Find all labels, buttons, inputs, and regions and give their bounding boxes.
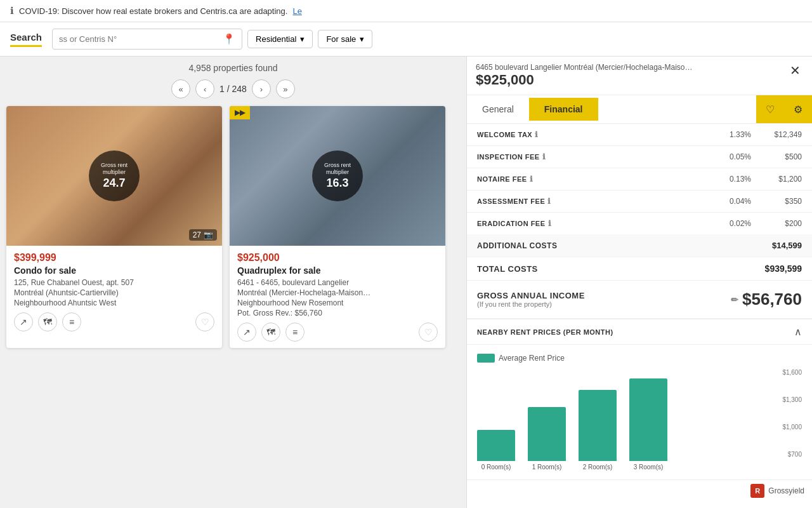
results-count: 4,958 properties found — [6, 63, 460, 73]
property-grid: Gross rentmultiplier 24.7 27 📷 $399,999 … — [6, 106, 460, 348]
bar-label: 1 Room(s) — [532, 464, 562, 471]
tab-general[interactable]: General — [467, 98, 529, 121]
card-body-1: $399,999 Condo for sale 125, Rue Chabane… — [6, 246, 222, 338]
gross-income-sub: (If you rent the property) — [477, 300, 585, 308]
detail-tab-actions: ♡ ⚙ — [756, 95, 812, 123]
fee-info-icon[interactable]: ℹ — [530, 175, 534, 184]
property-card[interactable]: Gross rentmultiplier 24.7 27 📷 $399,999 … — [6, 106, 222, 348]
favorite-button-1[interactable]: ♡ — [195, 312, 214, 331]
detail-tabs: General Financial ♡ ⚙ — [467, 95, 812, 124]
search-area: Search 📍 Residential ▾ For sale ▾ — [0, 22, 812, 57]
first-page-button[interactable]: « — [171, 79, 190, 98]
bar-group: 2 Room(s) — [579, 390, 617, 471]
compare-button-1[interactable]: ≡ — [62, 312, 81, 331]
left-panel: 4,958 properties found « ‹ 1 / 248 › » G… — [0, 57, 466, 508]
gross-rent-badge-1: Gross rentmultiplier 24.7 — [89, 150, 140, 201]
prev-page-button[interactable]: ‹ — [195, 79, 214, 98]
fee-pct: 0.02% — [707, 219, 751, 228]
fee-pct: 1.33% — [707, 130, 751, 139]
card-address-2: 6461 - 6465, boulevard Langelier — [237, 278, 438, 287]
fee-row: ERADICATION FEE ℹ 0.02% $200 — [467, 213, 812, 234]
search-input[interactable] — [59, 34, 223, 44]
card-price-2: $925,000 — [237, 252, 438, 264]
gross-income-value: ✏ $56,760 — [731, 290, 802, 309]
additional-costs-label: ADDITIONAL COSTS — [477, 241, 751, 250]
bar — [477, 430, 515, 461]
total-costs-row: TOTAL COSTS $939,599 — [467, 257, 812, 281]
favorite-icon-button[interactable]: ♡ — [756, 95, 784, 123]
fee-pct: 0.13% — [707, 175, 751, 184]
covid-banner: ℹ COVID-19: Discover how real estate bro… — [0, 0, 812, 22]
detail-address: 6465 boulevard Langelier Montréal (Merci… — [476, 63, 693, 72]
fee-label: WELCOME TAX ℹ — [477, 130, 707, 139]
fee-info-icon[interactable]: ℹ — [535, 130, 539, 139]
property-card-2[interactable]: ▶▶ Gross rentmultiplier 16.3 $925,000 Qu… — [230, 106, 445, 348]
edit-icon[interactable]: ✏ — [731, 295, 738, 305]
fee-amount: $200 — [751, 219, 802, 228]
fee-info-icon[interactable]: ℹ — [547, 197, 551, 206]
fee-row: WELCOME TAX ℹ 1.33% $12,349 — [467, 124, 812, 146]
fee-row: ASSESSMENT FEE ℹ 0.04% $350 — [467, 190, 812, 213]
legend-color — [477, 354, 495, 363]
favorite-button-2[interactable]: ♡ — [419, 323, 438, 342]
compare-button-2[interactable]: ≡ — [285, 323, 304, 342]
bar-chart: 0 Room(s) 1 Room(s) 2 Room(s) 3 Room(s) — [477, 378, 777, 471]
y-axis-label: $1,000 — [782, 424, 802, 431]
bar — [629, 378, 667, 461]
share-button-2[interactable]: ↗ — [237, 323, 256, 342]
y-axis-label: $700 — [788, 451, 802, 458]
detail-header: 6465 boulevard Langelier Montréal (Merci… — [467, 57, 812, 95]
fee-info-icon[interactable]: ℹ — [548, 219, 552, 228]
page-info: 1 / 248 — [219, 84, 247, 94]
fee-label: ASSESSMENT FEE ℹ — [477, 197, 707, 206]
grossyield-logo: R Grossyield — [467, 479, 812, 502]
total-costs-value: $939,599 — [751, 264, 802, 274]
location-icon: 📍 — [223, 33, 235, 45]
detail-panel: 6465 boulevard Langelier Montréal (Merci… — [466, 57, 812, 508]
bar — [528, 407, 566, 461]
next-page-button[interactable]: › — [252, 79, 271, 98]
card-city-1: Montréal (Ahuntsic-Cartierville) — [14, 288, 214, 297]
chevron-up-icon: ∧ — [794, 326, 802, 338]
banner-link[interactable]: Le — [292, 6, 301, 16]
last-page-button[interactable]: » — [276, 79, 295, 98]
pagination: « ‹ 1 / 248 › » — [6, 79, 460, 98]
for-sale-dropdown[interactable]: For sale ▾ — [318, 30, 372, 48]
bar-group: 3 Room(s) — [629, 378, 667, 471]
gross-income-section: GROSS ANNUAL INCOME (If you rent the pro… — [467, 281, 812, 319]
card-price-1: $399,999 — [14, 252, 214, 264]
card-image-1: Gross rentmultiplier 24.7 27 📷 — [6, 106, 222, 246]
y-axis-label: $1,600 — [782, 369, 802, 376]
card-footer-1: ↗ 🗺 ≡ ♡ — [14, 312, 214, 331]
fee-amount: $12,349 — [751, 130, 802, 139]
detail-body: WELCOME TAX ℹ 1.33% $12,349 INSPECTION F… — [467, 124, 812, 508]
card-action-icons-1: ↗ 🗺 ≡ — [14, 312, 81, 331]
search-input-wrap[interactable]: 📍 — [52, 29, 242, 50]
map-button-2[interactable]: 🗺 — [261, 323, 280, 342]
tab-financial[interactable]: Financial — [529, 98, 598, 121]
detail-price: $925,000 — [476, 72, 693, 88]
additional-costs-row: ADDITIONAL COSTS $14,599 — [467, 234, 812, 257]
close-button[interactable]: ✕ — [787, 63, 803, 78]
bar-label: 0 Room(s) — [481, 464, 511, 471]
card-address-1: 125, Rue Chabanel Ouest, apt. 507 — [14, 278, 214, 287]
fee-table: WELCOME TAX ℹ 1.33% $12,349 INSPECTION F… — [467, 124, 812, 234]
photo-count-1: 27 📷 — [189, 229, 217, 241]
search-tab[interactable]: Search — [10, 32, 42, 47]
chevron-down-icon: ▾ — [300, 34, 304, 44]
additional-costs-value: $14,599 — [751, 241, 802, 250]
banner-text: COVID-19: Discover how real estate broke… — [19, 6, 287, 16]
rent-header-label: NEARBY RENT PRICES (PER MONTH) — [477, 328, 613, 336]
gross-income-label: GROSS ANNUAL INCOME — [477, 291, 585, 300]
y-axis-label: $1,300 — [782, 396, 802, 403]
fee-info-icon[interactable]: ℹ — [542, 152, 546, 161]
fee-label: NOTAIRE FEE ℹ — [477, 175, 707, 184]
card-neighbourhood-2: Neighbourhood New Rosemont — [237, 298, 438, 307]
rent-header[interactable]: NEARBY RENT PRICES (PER MONTH) ∧ — [467, 319, 812, 345]
total-costs-label: TOTAL COSTS — [477, 264, 751, 274]
share-button-1[interactable]: ↗ — [14, 312, 33, 331]
camera-icon: 📷 — [204, 231, 213, 239]
map-button-1[interactable]: 🗺 — [38, 312, 57, 331]
settings-icon-button[interactable]: ⚙ — [784, 95, 812, 123]
residential-dropdown[interactable]: Residential ▾ — [247, 30, 313, 48]
